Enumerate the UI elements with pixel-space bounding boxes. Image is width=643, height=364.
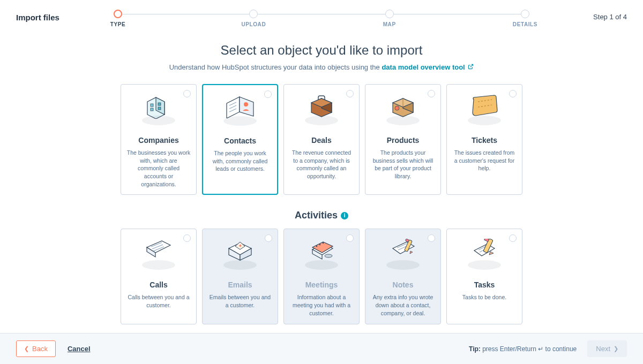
svg-rect-51 [484, 239, 489, 242]
svg-marker-8 [240, 97, 253, 116]
page-subtext: Understand how HubSpot structures your d… [16, 63, 627, 71]
activity-card-tasks[interactable]: TasksTasks to be done. [446, 229, 522, 324]
back-button[interactable]: ❮ Back [16, 340, 56, 357]
stepper-label: UPLOAD [241, 21, 266, 27]
objects-row: CompaniesThe businesses you work with, w… [118, 84, 525, 195]
stepper-step-details[interactable]: DETAILS [498, 10, 552, 27]
chevron-left-icon: ❮ [24, 345, 29, 352]
paper-icon [140, 238, 177, 270]
activities-row: CallsCalls between you and a customer.✦E… [118, 229, 525, 324]
object-card-tickets[interactable]: TicketsThe issues created from a custome… [446, 84, 522, 195]
card-title: Calls [149, 280, 167, 289]
svg-point-39 [325, 254, 332, 257]
object-card-companies[interactable]: CompaniesThe businesses you work with, w… [121, 84, 197, 195]
card-desc: Tasks to be done. [462, 293, 506, 301]
stepper-circle [249, 10, 258, 18]
radio-icon [509, 234, 517, 242]
subtext-prefix: Understand how HubSpot structures your d… [169, 63, 382, 71]
stepper-label: DETAILS [513, 21, 537, 27]
card-title: Products [387, 136, 420, 145]
radio-icon [428, 234, 435, 242]
svg-text:✦: ✦ [238, 244, 242, 248]
svg-rect-4 [151, 108, 153, 111]
card-title: Contacts [224, 136, 256, 145]
briefcase-icon [303, 93, 340, 125]
card-desc: Information about a meeting you had with… [289, 293, 354, 317]
stepper-circle [521, 10, 529, 18]
radio-icon [183, 90, 191, 97]
activity-card-notes: NotesAny extra info you wrote down about… [365, 229, 441, 324]
card-desc: The people you work with, commonly calle… [208, 149, 272, 173]
activities-heading: Activities i [16, 210, 627, 221]
tip-text: Tip: press Enter/Return ↵ to continue [469, 345, 577, 353]
radio-icon [346, 90, 354, 97]
card-desc: The businesses you work with, which are … [126, 149, 191, 188]
activity-card-meetings: MeetingsInformation about a meeting you … [283, 229, 360, 324]
card-title: Companies [138, 136, 178, 145]
card-desc: The products your business sells which w… [371, 149, 435, 180]
svg-marker-44 [410, 251, 413, 254]
radio-icon [346, 234, 354, 242]
stepper-circle [385, 10, 394, 18]
svg-point-12 [244, 102, 248, 107]
card-desc: The revenue connected to a company, whic… [289, 149, 354, 180]
stepper-step-type[interactable]: TYPE [91, 10, 145, 27]
calendar-icon [303, 238, 340, 270]
wizard-stepper: TYPEUPLOADMAPDETAILS [91, 10, 552, 27]
back-button-label: Back [32, 345, 48, 353]
info-icon[interactable]: i [341, 212, 348, 219]
chevron-right-icon: ❯ [614, 345, 618, 352]
svg-marker-7 [227, 97, 240, 118]
activity-card-calls[interactable]: CallsCalls between you and a customer. [121, 229, 197, 324]
stepper-step-map[interactable]: MAP [363, 10, 416, 27]
card-title: Meetings [305, 280, 338, 289]
card-title: Emails [228, 280, 252, 289]
object-card-contacts[interactable]: ContactsThe people you work with, common… [202, 84, 278, 195]
data-model-link[interactable]: data model overview tool [382, 63, 474, 71]
card-desc: Emails between you and a customer. [208, 293, 272, 309]
card-title: Tasks [474, 280, 495, 289]
buildings-icon [140, 93, 177, 125]
cancel-link[interactable]: Cancel [68, 345, 91, 353]
page-header-title: Import files [16, 11, 59, 22]
svg-point-38 [323, 242, 324, 244]
svg-marker-50 [489, 252, 494, 255]
activity-card-emails: ✦EmailsEmails between you and a customer… [202, 229, 278, 324]
ticket-icon [466, 93, 503, 125]
next-button[interactable]: Next ❯ [587, 340, 627, 357]
svg-line-0 [470, 64, 473, 67]
stepper-step-upload[interactable]: UPLOAD [227, 10, 280, 27]
card-title: Tickets [472, 136, 497, 145]
object-card-products[interactable]: ProductsThe products your business sells… [365, 84, 441, 195]
box-icon [384, 93, 422, 125]
radio-icon [183, 234, 191, 242]
card-title: Notes [393, 280, 414, 289]
page-title: Select an object you'd like to import [16, 43, 627, 58]
svg-rect-6 [158, 107, 161, 110]
card-desc: Calls between you and a customer. [126, 293, 191, 309]
addressbook-icon [221, 94, 259, 126]
external-link-icon [468, 64, 474, 71]
svg-rect-3 [151, 104, 153, 107]
footer-bar: ❮ Back Cancel Tip: press Enter/Return ↵ … [0, 333, 643, 364]
radio-icon [509, 90, 517, 97]
pencil-icon [466, 238, 503, 270]
card-desc: The issues created from a customer's req… [452, 149, 517, 172]
stepper-label: MAP [383, 21, 396, 27]
step-indicator: Step 1 of 4 [593, 13, 627, 21]
topbar: Import files TYPEUPLOADMAPDETAILS Step 1… [0, 0, 643, 32]
main-content: Select an object you'd like to import Un… [0, 32, 643, 324]
stepper-circle [114, 10, 122, 18]
svg-rect-45 [405, 239, 409, 242]
radio-icon [265, 234, 272, 242]
svg-point-36 [316, 246, 317, 247]
envelope-icon: ✦ [221, 238, 259, 270]
svg-rect-5 [158, 103, 161, 105]
radio-icon [428, 90, 435, 97]
object-card-deals[interactable]: DealsThe revenue connected to a company,… [283, 84, 360, 195]
card-title: Deals [311, 136, 331, 145]
svg-point-37 [319, 244, 320, 245]
stepper-label: TYPE [110, 21, 126, 27]
card-desc: Any extra info you wrote down about a co… [371, 293, 435, 317]
footer-right: Tip: press Enter/Return ↵ to continue Ne… [469, 340, 627, 357]
